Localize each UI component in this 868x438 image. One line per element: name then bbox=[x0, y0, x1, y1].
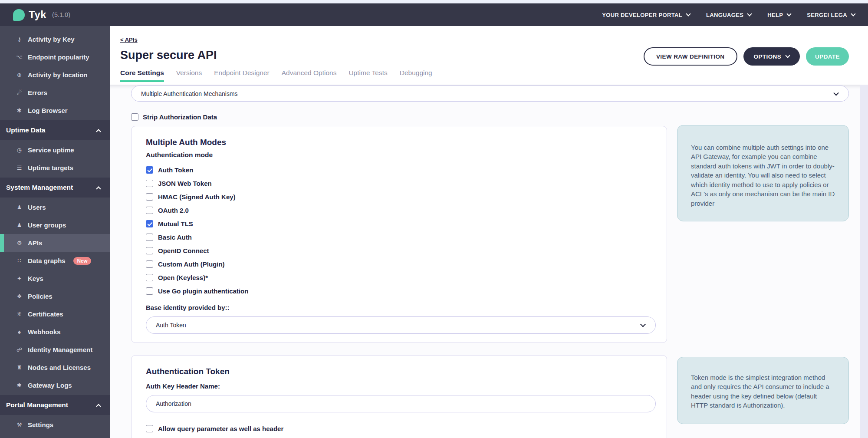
sidebar-item-gateway-logs[interactable]: ✱Gateway Logs bbox=[0, 376, 110, 394]
checkbox-row-basic-auth: Basic Auth bbox=[146, 231, 656, 244]
base-identity-select[interactable]: Auth Token bbox=[146, 316, 656, 334]
sidebar-item-log-browser[interactable]: ✱Log Browser bbox=[0, 102, 110, 119]
checkbox-label: Use Go plugin authentication bbox=[158, 287, 248, 295]
sidebar-item-apis[interactable]: ⚙APIs bbox=[0, 234, 110, 252]
checkbox-hmac-signed-auth-key[interactable] bbox=[146, 193, 153, 201]
nav-menu-label: SERGEI LEGA bbox=[807, 12, 847, 18]
sidebar-item-activity-by-key[interactable]: ⚷Activity by Key bbox=[0, 30, 110, 48]
tab-versions[interactable]: Versions bbox=[176, 69, 202, 82]
certificate-icon: ❈ bbox=[16, 311, 23, 317]
keys-icon: ✦ bbox=[16, 275, 23, 282]
bank-icon: ♜ bbox=[16, 364, 23, 371]
checkbox-label: Allow query parameter as well as header bbox=[158, 425, 283, 432]
view-raw-definition-button[interactable]: VIEW RAW DEFINITION bbox=[644, 47, 737, 66]
base-identity-label: Base identity provided by:: bbox=[146, 304, 656, 311]
sidebar-item-label: Identity Management bbox=[28, 346, 92, 353]
sidebar-item-nodes-and-licenses[interactable]: ♜Nodes and Licenses bbox=[0, 359, 110, 376]
chevron-down-icon bbox=[785, 53, 790, 58]
sidebar-item-activity-by-location[interactable]: ⊕Activity by location bbox=[0, 66, 110, 84]
tab-debugging[interactable]: Debugging bbox=[400, 69, 432, 82]
checkbox-label: OAuth 2.0 bbox=[158, 207, 189, 214]
nav-menu-label: HELP bbox=[767, 12, 783, 18]
sidebar-section-system-management[interactable]: System Management bbox=[0, 178, 110, 198]
main-area: < APIs Super secure API Core SettingsVer… bbox=[110, 26, 868, 438]
gears-icon: ⚙ bbox=[16, 240, 23, 246]
sidebar-item-label: Errors bbox=[28, 89, 47, 96]
tab-advanced-options[interactable]: Advanced Options bbox=[282, 69, 337, 82]
sidebar-item-certificates[interactable]: ❈Certificates bbox=[0, 305, 110, 323]
auth-key-header-name-input-wrap bbox=[146, 395, 656, 412]
checkbox-openid-connect[interactable] bbox=[146, 247, 153, 254]
checkbox-allow-query-parameter-as-well-as-header[interactable] bbox=[146, 425, 153, 432]
sidebar-item-uptime-targets[interactable]: ☰Uptime targets bbox=[0, 159, 110, 177]
checkbox-row-use-go-plugin-authentication: Use Go plugin authentication bbox=[146, 284, 656, 298]
sidebar-item-user-groups[interactable]: ♟User groups bbox=[0, 216, 110, 234]
sidebar-item-identity-management[interactable]: ☍Identity Management bbox=[0, 341, 110, 359]
nav-menu-sergei-lega[interactable]: SERGEI LEGA bbox=[807, 12, 855, 18]
nav-menu-languages[interactable]: LANGUAGES bbox=[706, 12, 751, 18]
version-label: (5.1.0) bbox=[52, 11, 70, 18]
checkbox-oauth-2-0[interactable] bbox=[146, 207, 153, 214]
options-button[interactable]: OPTIONS bbox=[743, 47, 800, 66]
sidebar-item-webhooks[interactable]: ♠Webhooks bbox=[0, 323, 110, 341]
sidebar-item-label: Settings bbox=[28, 421, 53, 428]
update-button[interactable]: UPDATE bbox=[806, 47, 849, 66]
sidebar-item-policies[interactable]: ❖Policies bbox=[0, 287, 110, 305]
sidebar-item-label: Keys bbox=[28, 275, 43, 282]
checkbox-row-allow-query-parameter-as-well-as-header: Allow query parameter as well as header bbox=[146, 422, 656, 435]
chevron-down-icon bbox=[851, 11, 855, 16]
sidebar-item-label: Service uptime bbox=[28, 146, 74, 154]
top-navbar: Tyk (5.1.0) YOUR DEVELOPER PORTALLANGUAG… bbox=[0, 3, 868, 26]
sidebar-item-label: Webhooks bbox=[28, 328, 61, 336]
nav-menu-help[interactable]: HELP bbox=[767, 12, 791, 18]
branch-icon: ⌥ bbox=[16, 54, 23, 60]
sidebar-section-uptime-data[interactable]: Uptime Data bbox=[0, 120, 110, 140]
tab-core-settings[interactable]: Core Settings bbox=[120, 69, 164, 82]
checkbox-open-keyless[interactable] bbox=[146, 274, 153, 281]
sidebar-item-catalogue[interactable]: ≡Catalogue bbox=[0, 434, 110, 438]
auth-key-header-name-input[interactable] bbox=[156, 400, 646, 407]
sidebar-section-portal-management[interactable]: Portal Management bbox=[0, 395, 110, 415]
sidebar-item-keys[interactable]: ✦Keys bbox=[0, 270, 110, 287]
sidebar-item-users[interactable]: ♟Users bbox=[0, 198, 110, 216]
strip-auth-checkbox[interactable] bbox=[131, 113, 138, 121]
chevron-down-icon bbox=[787, 11, 792, 16]
bomb-icon: ☄ bbox=[16, 89, 23, 96]
chevron-down-icon bbox=[747, 11, 752, 16]
checkbox-json-web-token[interactable] bbox=[146, 180, 153, 187]
sidebar-section-label: System Management bbox=[6, 184, 73, 191]
sidebar-item-label: Certificates bbox=[28, 310, 63, 318]
checkbox-custom-auth-plugin[interactable] bbox=[146, 260, 153, 268]
chevron-down-icon bbox=[640, 322, 646, 327]
sidebar-item-settings[interactable]: ⚒Settings bbox=[0, 416, 110, 434]
checkbox-row-auth-token: Auth Token bbox=[146, 163, 656, 177]
vertical-scrollbar[interactable] bbox=[860, 85, 868, 438]
auth-mechanism-select[interactable]: Multiple Authentication Mechanisms bbox=[131, 86, 849, 102]
sidebar-item-errors[interactable]: ☄Errors bbox=[0, 84, 110, 102]
strip-auth-row: Strip Authorization Data bbox=[131, 113, 849, 121]
sidebar-item-service-uptime[interactable]: ◷Service uptime bbox=[0, 141, 110, 159]
sidebar-item-data-graphs[interactable]: ∷Data graphsNew bbox=[0, 252, 110, 270]
sidebar-item-label: Activity by location bbox=[28, 71, 88, 79]
checkbox-basic-auth[interactable] bbox=[146, 234, 153, 241]
bug-icon: ✱ bbox=[16, 107, 23, 114]
tab-uptime-tests[interactable]: Uptime Tests bbox=[349, 69, 387, 82]
breadcrumb[interactable]: < APIs bbox=[120, 36, 138, 43]
auth-token-checkbox-list: Allow query parameter as well as headerU… bbox=[146, 422, 656, 438]
checkbox-label: OpenID Connect bbox=[158, 247, 209, 254]
sidebar-item-label: Policies bbox=[28, 293, 53, 300]
chevron-down-icon bbox=[833, 90, 839, 96]
checkbox-mutual-tls[interactable] bbox=[146, 220, 153, 227]
sidebar-nav: ⚷Activity by Key⌥Endpoint popularity⊕Act… bbox=[0, 26, 110, 438]
auth-mode-checkbox-list: Auth TokenJSON Web TokenHMAC (Signed Aut… bbox=[146, 163, 656, 298]
tab-endpoint-designer[interactable]: Endpoint Designer bbox=[214, 69, 270, 82]
sidebar-item-endpoint-popularity[interactable]: ⌥Endpoint popularity bbox=[0, 48, 110, 66]
checkbox-use-go-plugin-authentication[interactable] bbox=[146, 287, 153, 295]
checkbox-auth-token[interactable] bbox=[146, 166, 153, 174]
checkbox-row-mutual-tls: Mutual TLS bbox=[146, 217, 656, 231]
nav-menu-your-developer-portal[interactable]: YOUR DEVELOPER PORTAL bbox=[602, 12, 690, 18]
chevron-up-icon bbox=[96, 129, 101, 134]
brand-logo[interactable]: Tyk (5.1.0) bbox=[13, 9, 70, 21]
panel-title: Multiple Auth Modes bbox=[146, 138, 656, 147]
identity-icon: ☍ bbox=[16, 346, 23, 353]
